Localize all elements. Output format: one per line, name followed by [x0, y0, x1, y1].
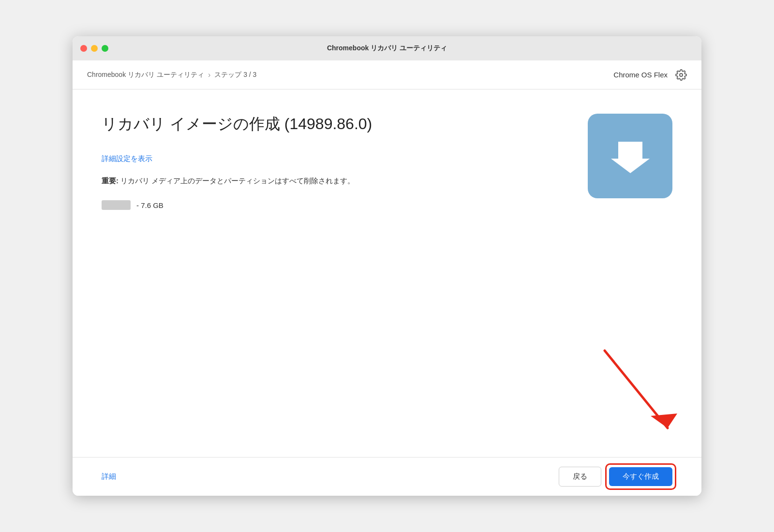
product-name: Chrome OS Flex: [613, 71, 668, 79]
breadcrumb-step: ステップ 3 / 3: [214, 71, 256, 79]
bottom-buttons: 戻る 今すぐ作成: [559, 467, 672, 487]
topbar-right: Chrome OS Flex: [613, 69, 687, 81]
svg-marker-1: [611, 142, 650, 173]
warning-text: 重要: リカバリ メディア上のデータとパーティションはすべて削除されます。: [102, 175, 382, 187]
download-arrow-icon: [611, 137, 650, 176]
page-title: リカバリ イメージの作成 (14989.86.0): [102, 114, 672, 135]
svg-marker-3: [651, 414, 677, 428]
details-bottom-link[interactable]: 詳細: [102, 472, 116, 481]
close-button[interactable]: [80, 45, 87, 52]
titlebar-title: Chromebook リカバリ ユーティリティ: [327, 44, 447, 53]
breadcrumb-app-name: Chromebook リカバリ ユーティリティ: [87, 71, 204, 79]
download-icon-box: [588, 114, 672, 198]
drive-icon: [102, 200, 131, 210]
main-content: リカバリ イメージの作成 (14989.86.0) 詳細設定を表示 重要: リカ…: [73, 89, 701, 457]
warning-body: リカバリ メディア上のデータとパーティションはすべて削除されます。: [119, 177, 355, 185]
drive-info: - 7.6 GB: [102, 200, 672, 210]
drive-size: - 7.6 GB: [136, 201, 164, 209]
breadcrumb-separator: ›: [208, 71, 210, 79]
svg-line-2: [605, 351, 668, 428]
warning-bold: 重要:: [102, 177, 119, 185]
gear-icon[interactable]: [675, 69, 687, 81]
back-button[interactable]: 戻る: [559, 467, 601, 487]
annotation-arrow: [508, 312, 701, 457]
traffic-lights: [80, 45, 108, 52]
titlebar: Chromebook リカバリ ユーティリティ: [73, 36, 701, 60]
create-button-wrapper: 今すぐ作成: [609, 467, 672, 486]
svg-point-0: [680, 74, 683, 76]
show-advanced-settings-link[interactable]: 詳細設定を表示: [102, 154, 672, 163]
create-now-button[interactable]: 今すぐ作成: [609, 467, 672, 486]
bottom-bar: 詳細 戻る 今すぐ作成: [73, 457, 701, 496]
minimize-button[interactable]: [91, 45, 98, 52]
app-window: Chromebook リカバリ ユーティリティ Chromebook リカバリ …: [73, 36, 701, 496]
maximize-button[interactable]: [102, 45, 108, 52]
breadcrumb: Chromebook リカバリ ユーティリティ › ステップ 3 / 3: [87, 71, 256, 79]
topbar: Chromebook リカバリ ユーティリティ › ステップ 3 / 3 Chr…: [73, 60, 701, 89]
